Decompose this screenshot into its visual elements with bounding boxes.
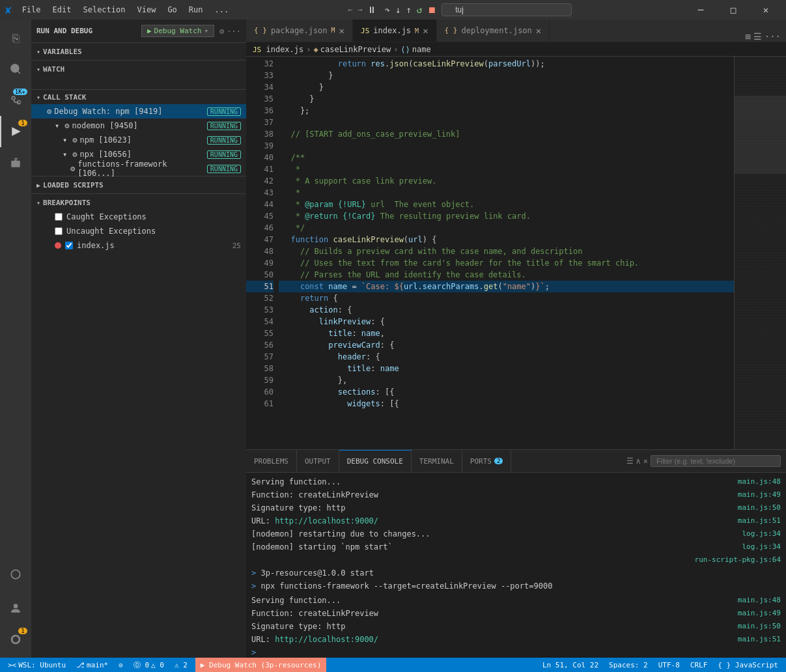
debug-step-out-icon[interactable]: ↑: [406, 5, 411, 15]
remote-status[interactable]: >< WSL: Ubuntu: [5, 661, 68, 669]
indent-status[interactable]: Spaces: 2: [606, 661, 651, 669]
source-control-icon[interactable]: 1K+: [0, 85, 31, 116]
debug-more-icon[interactable]: ···: [227, 27, 241, 36]
caught-exceptions-checkbox[interactable]: [55, 213, 63, 221]
menu-go[interactable]: Go: [162, 4, 182, 16]
window-minimize[interactable]: ─: [686, 0, 716, 20]
breakpoints-header[interactable]: ▾ BREAKPOINTS: [31, 195, 246, 210]
warnings-status[interactable]: ⚠ 2: [172, 661, 190, 669]
accounts-icon[interactable]: [0, 593, 31, 624]
breadcrumb-file[interactable]: JS index.js: [253, 45, 303, 54]
menu-selection[interactable]: Selection: [77, 4, 130, 16]
list-view-icon[interactable]: ☰: [626, 456, 634, 466]
debug-back-icon[interactable]: ←: [348, 5, 352, 14]
running-badge-2: RUNNING: [207, 136, 241, 145]
command-palette[interactable]: [442, 3, 572, 16]
callstack-item-1[interactable]: ▾ ⚙ nodemon [9450] RUNNING: [31, 119, 246, 133]
console-link-7[interactable]: run-script-pkg.js:64: [695, 554, 781, 566]
split-editor-icon[interactable]: ⊞: [745, 31, 750, 42]
menu-more[interactable]: ...: [210, 4, 234, 16]
tab-ports[interactable]: PORTS 2: [462, 450, 512, 473]
tab-output[interactable]: OUTPUT: [297, 450, 339, 473]
console-link-1[interactable]: main.js:48: [738, 476, 781, 488]
callstack-item-2[interactable]: ▾ ⚙ npm [10623] RUNNING: [31, 133, 246, 147]
remote-explorer-icon[interactable]: [0, 559, 31, 590]
tab-index-js[interactable]: JS index.js M ✕: [353, 20, 437, 42]
console-link-14[interactable]: main.js:51: [738, 634, 781, 645]
variables-header[interactable]: ▾ VARIABLES: [31, 44, 246, 59]
tab-package-json[interactable]: { } package.json M ✕: [246, 20, 353, 42]
encoding-status[interactable]: UTF-8: [656, 661, 682, 669]
code-line-40: /**: [279, 152, 734, 163]
code-content[interactable]: return res.json(caseLinkPreview(parsedUr…: [279, 57, 734, 449]
search-icon[interactable]: [0, 53, 31, 85]
explorer-icon[interactable]: ⎘: [0, 22, 31, 53]
tab-debug-console[interactable]: DEBUG CONSOLE: [339, 450, 412, 473]
code-line-51: const name = `Case: ${url.searchParams.g…: [279, 281, 734, 292]
caught-exceptions-label: Caught Exceptions: [66, 212, 147, 221]
debug-run-button[interactable]: ▶ Debug Watch ▾: [141, 25, 214, 37]
eol-status[interactable]: CRLF: [688, 661, 710, 669]
debug-restart-icon[interactable]: ↺: [417, 5, 422, 15]
breadcrumb-variable[interactable]: ⟨⟩ name: [400, 45, 430, 54]
loaded-scripts-header[interactable]: ▶ LOADED SCRIPTS: [31, 178, 246, 192]
console-content[interactable]: Serving function... main.js:48 Function:…: [246, 473, 786, 658]
settings-icon[interactable]: 1: [0, 624, 31, 655]
callstack-header[interactable]: ▾ CALL STACK: [31, 90, 246, 104]
panel-collapse-icon[interactable]: ∧: [636, 456, 641, 466]
console-link-6[interactable]: log.js:34: [742, 541, 781, 553]
console-link-3[interactable]: main.js:50: [738, 502, 781, 514]
console-link-4[interactable]: main.js:51: [738, 515, 781, 527]
console-line-12: Function: createLinkPreview main.js:49: [251, 607, 781, 620]
uncaught-exceptions-checkbox[interactable]: [55, 227, 63, 235]
console-line-7: run-script-pkg.js:64: [251, 553, 781, 567]
menu-run[interactable]: Run: [184, 4, 208, 16]
menu-view[interactable]: View: [132, 4, 161, 16]
code-line-56: previewCard: {: [279, 339, 734, 351]
code-line-58: title: name: [279, 363, 734, 374]
debug-step-into-icon[interactable]: ↓: [395, 5, 400, 15]
branch-status[interactable]: ⎇ main*: [74, 661, 111, 669]
window-maximize[interactable]: □: [718, 0, 748, 20]
more-actions-icon[interactable]: ···: [765, 31, 781, 42]
tab-problems[interactable]: PROBLEMS: [246, 450, 297, 473]
console-filter[interactable]: [651, 455, 781, 467]
console-link-2[interactable]: main.js:49: [738, 489, 781, 501]
panel-close-icon[interactable]: ✕: [643, 456, 648, 466]
run-debug-icon[interactable]: 1: [0, 116, 31, 147]
window-close[interactable]: ✕: [751, 0, 781, 20]
sync-status[interactable]: ⊙: [116, 661, 126, 669]
code-line-43: *: [279, 187, 734, 199]
errors-status[interactable]: ⓪ 0 △ 0: [131, 660, 167, 670]
deployment-json-close[interactable]: ✕: [536, 26, 541, 35]
console-link-11[interactable]: main.js:48: [738, 595, 781, 606]
debug-settings-icon[interactable]: ⚙: [219, 27, 224, 36]
indexjs-checkbox[interactable]: [65, 242, 73, 249]
callstack-item-0[interactable]: ⚙ Debug Watch: npm [9419] RUNNING: [31, 104, 246, 119]
debug-step-over-icon[interactable]: ↷: [384, 5, 389, 15]
debug-continue-icon[interactable]: ⏸: [367, 5, 376, 15]
minimap-viewport[interactable]: [735, 96, 786, 174]
callstack-item-4[interactable]: ⚙ functions-framework [106...] RUNNING: [31, 161, 246, 176]
console-link-12[interactable]: main.js:49: [738, 608, 781, 619]
cursor-position[interactable]: Ln 51, Col 22: [540, 661, 601, 669]
console-link-13[interactable]: main.js:50: [738, 621, 781, 632]
tab-terminal[interactable]: TERMINAL: [412, 450, 462, 473]
debug-status[interactable]: ▶ Debug Watch (3p-resources): [195, 658, 326, 672]
menu-edit[interactable]: Edit: [48, 4, 77, 16]
breadcrumb-function[interactable]: ◈ caseLinkPreview: [314, 45, 391, 54]
code-line-54: linkPreview: {: [279, 316, 734, 328]
debug-stop-icon[interactable]: ⏹: [427, 5, 436, 15]
index-js-close[interactable]: ✕: [423, 26, 428, 35]
extensions-icon[interactable]: [0, 147, 31, 178]
code-line-60: sections: [{: [279, 386, 734, 398]
tab-deployment-json[interactable]: { } deployment.json ✕: [437, 20, 550, 42]
console-link-5[interactable]: log.js:34: [742, 528, 781, 540]
debug-forward-icon[interactable]: →: [358, 5, 362, 14]
bp-index-js: index.js 25: [31, 238, 246, 253]
watch-header[interactable]: ▾ WATCH: [31, 62, 246, 76]
toggle-panel-icon[interactable]: ☰: [753, 31, 762, 42]
menu-file[interactable]: File: [17, 4, 46, 16]
package-json-close[interactable]: ✕: [339, 26, 344, 35]
language-status[interactable]: { } JavaScript: [715, 661, 781, 669]
